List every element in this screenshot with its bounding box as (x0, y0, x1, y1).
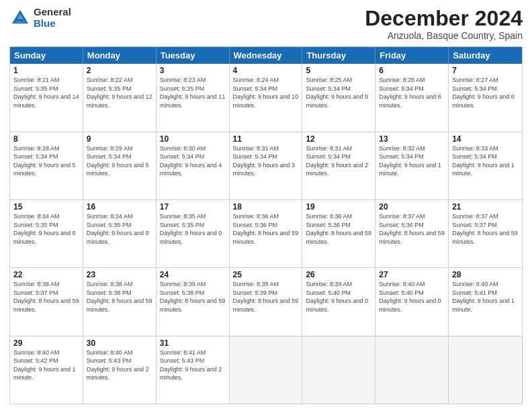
calendar-cell: 30Sunrise: 8:40 AMSunset: 5:43 PMDayligh… (83, 336, 157, 404)
calendar-header-cell: Saturday (449, 47, 522, 64)
calendar-cell: 9Sunrise: 8:29 AMSunset: 5:34 PMDaylight… (83, 132, 157, 199)
day-number: 9 (87, 134, 152, 144)
calendar-row: 1Sunrise: 8:21 AMSunset: 5:35 PMDaylight… (10, 64, 522, 131)
calendar-cell: 27Sunrise: 8:40 AMSunset: 5:40 PMDayligh… (375, 268, 449, 335)
cell-info: Sunrise: 8:40 AMSunset: 5:40 PMDaylight:… (379, 280, 445, 314)
calendar-row: 29Sunrise: 8:40 AMSunset: 5:42 PMDayligh… (10, 336, 522, 404)
day-number: 31 (160, 338, 226, 348)
calendar-cell: 20Sunrise: 8:37 AMSunset: 5:36 PMDayligh… (375, 200, 449, 267)
calendar-cell: 7Sunrise: 8:27 AMSunset: 5:34 PMDaylight… (449, 64, 522, 131)
calendar-cell: 6Sunrise: 8:26 AMSunset: 5:34 PMDaylight… (375, 64, 449, 131)
logo-blue: Blue (34, 18, 71, 30)
calendar-header-cell: Thursday (302, 47, 375, 64)
calendar-cell: 13Sunrise: 8:32 AMSunset: 5:34 PMDayligh… (375, 132, 449, 199)
day-number: 18 (233, 202, 299, 212)
calendar-cell: 15Sunrise: 8:34 AMSunset: 5:35 PMDayligh… (10, 200, 83, 267)
day-number: 5 (306, 66, 371, 75)
day-number: 21 (452, 202, 519, 212)
calendar-cell: 14Sunrise: 8:33 AMSunset: 5:34 PMDayligh… (449, 132, 522, 199)
day-number: 8 (13, 134, 79, 144)
calendar-cell: 4Sunrise: 8:24 AMSunset: 5:34 PMDaylight… (230, 64, 303, 131)
calendar-cell: 10Sunrise: 8:30 AMSunset: 5:34 PMDayligh… (157, 132, 230, 199)
page-header: General Blue December 2024 Anzuola, Basq… (9, 7, 523, 41)
day-number: 13 (379, 134, 445, 144)
cell-info: Sunrise: 8:35 AMSunset: 5:35 PMDaylight:… (160, 212, 226, 246)
calendar-cell: 17Sunrise: 8:35 AMSunset: 5:35 PMDayligh… (157, 200, 230, 267)
cell-info: Sunrise: 8:40 AMSunset: 5:43 PMDaylight:… (87, 349, 152, 382)
calendar-cell: 11Sunrise: 8:31 AMSunset: 5:34 PMDayligh… (230, 132, 303, 199)
cell-info: Sunrise: 8:31 AMSunset: 5:34 PMDaylight:… (306, 144, 371, 178)
calendar-cell: 23Sunrise: 8:38 AMSunset: 5:38 PMDayligh… (83, 268, 157, 335)
calendar-cell: 21Sunrise: 8:37 AMSunset: 5:37 PMDayligh… (449, 200, 522, 267)
cell-info: Sunrise: 8:33 AMSunset: 5:34 PMDaylight:… (452, 144, 519, 178)
day-number: 3 (160, 66, 226, 75)
cell-info: Sunrise: 8:39 AMSunset: 5:39 PMDaylight:… (233, 280, 299, 314)
calendar-row: 8Sunrise: 8:28 AMSunset: 5:34 PMDaylight… (10, 132, 522, 199)
calendar-cell: 3Sunrise: 8:23 AMSunset: 5:35 PMDaylight… (157, 64, 230, 131)
calendar-cell: 24Sunrise: 8:39 AMSunset: 5:38 PMDayligh… (157, 268, 230, 335)
calendar-cell: 5Sunrise: 8:25 AMSunset: 5:34 PMDaylight… (302, 64, 375, 131)
calendar-header-cell: Tuesday (157, 47, 230, 64)
day-number: 4 (233, 66, 299, 75)
cell-info: Sunrise: 8:27 AMSunset: 5:34 PMDaylight:… (452, 76, 519, 109)
day-number: 2 (87, 66, 152, 75)
cell-info: Sunrise: 8:39 AMSunset: 5:40 PMDaylight:… (306, 280, 371, 314)
calendar-header-cell: Friday (375, 47, 449, 64)
cell-info: Sunrise: 8:28 AMSunset: 5:34 PMDaylight:… (13, 144, 79, 178)
cell-info: Sunrise: 8:41 AMSunset: 5:43 PMDaylight:… (160, 349, 226, 382)
calendar-header-cell: Monday (83, 47, 157, 64)
day-number: 14 (452, 134, 519, 144)
day-number: 7 (452, 66, 519, 75)
calendar-body: 1Sunrise: 8:21 AMSunset: 5:35 PMDaylight… (10, 64, 522, 404)
title-block: December 2024 Anzuola, Basque Country, S… (365, 7, 523, 41)
cell-info: Sunrise: 8:34 AMSunset: 5:35 PMDaylight:… (13, 212, 79, 246)
calendar-header: SundayMondayTuesdayWednesdayThursdayFrid… (10, 47, 522, 64)
cell-info: Sunrise: 8:36 AMSunset: 5:36 PMDaylight:… (306, 212, 371, 246)
cell-info: Sunrise: 8:40 AMSunset: 5:41 PMDaylight:… (452, 280, 519, 314)
day-number: 30 (87, 338, 152, 348)
day-number: 27 (379, 270, 445, 279)
calendar-cell (449, 336, 522, 404)
cell-info: Sunrise: 8:36 AMSunset: 5:36 PMDaylight:… (233, 212, 299, 246)
day-number: 16 (87, 202, 152, 212)
calendar-cell (230, 336, 303, 404)
calendar-cell: 12Sunrise: 8:31 AMSunset: 5:34 PMDayligh… (302, 132, 375, 199)
calendar-cell: 31Sunrise: 8:41 AMSunset: 5:43 PMDayligh… (157, 336, 230, 404)
cell-info: Sunrise: 8:38 AMSunset: 5:38 PMDaylight:… (87, 280, 152, 314)
logo-general: General (34, 7, 71, 18)
day-number: 20 (379, 202, 445, 212)
calendar-cell: 25Sunrise: 8:39 AMSunset: 5:39 PMDayligh… (230, 268, 303, 335)
cell-info: Sunrise: 8:39 AMSunset: 5:38 PMDaylight:… (160, 280, 226, 314)
logo: General Blue (9, 7, 71, 29)
cell-info: Sunrise: 8:31 AMSunset: 5:34 PMDaylight:… (233, 144, 299, 178)
calendar-row: 15Sunrise: 8:34 AMSunset: 5:35 PMDayligh… (10, 199, 522, 267)
calendar-cell: 1Sunrise: 8:21 AMSunset: 5:35 PMDaylight… (10, 64, 83, 131)
day-number: 23 (87, 270, 152, 279)
day-number: 22 (13, 270, 79, 279)
calendar-row: 22Sunrise: 8:38 AMSunset: 5:37 PMDayligh… (10, 267, 522, 335)
day-number: 10 (160, 134, 226, 144)
page-container: General Blue December 2024 Anzuola, Basq… (0, 0, 532, 411)
cell-info: Sunrise: 8:37 AMSunset: 5:37 PMDaylight:… (452, 212, 519, 246)
cell-info: Sunrise: 8:37 AMSunset: 5:36 PMDaylight:… (379, 212, 445, 246)
logo-text: General Blue (34, 7, 71, 29)
day-number: 25 (233, 270, 299, 279)
day-number: 15 (13, 202, 79, 212)
calendar: SundayMondayTuesdayWednesdayThursdayFrid… (9, 46, 523, 404)
cell-info: Sunrise: 8:26 AMSunset: 5:34 PMDaylight:… (379, 76, 445, 109)
calendar-header-cell: Sunday (10, 47, 83, 64)
day-number: 24 (160, 270, 226, 279)
day-number: 17 (160, 202, 226, 212)
calendar-cell: 29Sunrise: 8:40 AMSunset: 5:42 PMDayligh… (10, 336, 83, 404)
cell-info: Sunrise: 8:38 AMSunset: 5:37 PMDaylight:… (13, 280, 79, 314)
day-number: 1 (13, 66, 79, 75)
cell-info: Sunrise: 8:34 AMSunset: 5:35 PMDaylight:… (87, 212, 152, 246)
calendar-cell: 2Sunrise: 8:22 AMSunset: 5:35 PMDaylight… (83, 64, 157, 131)
day-number: 6 (379, 66, 445, 75)
calendar-cell: 8Sunrise: 8:28 AMSunset: 5:34 PMDaylight… (10, 132, 83, 199)
location: Anzuola, Basque Country, Spain (365, 30, 523, 41)
calendar-cell: 19Sunrise: 8:36 AMSunset: 5:36 PMDayligh… (302, 200, 375, 267)
svg-rect-2 (16, 19, 25, 21)
calendar-cell: 28Sunrise: 8:40 AMSunset: 5:41 PMDayligh… (449, 268, 522, 335)
calendar-cell: 16Sunrise: 8:34 AMSunset: 5:35 PMDayligh… (83, 200, 157, 267)
